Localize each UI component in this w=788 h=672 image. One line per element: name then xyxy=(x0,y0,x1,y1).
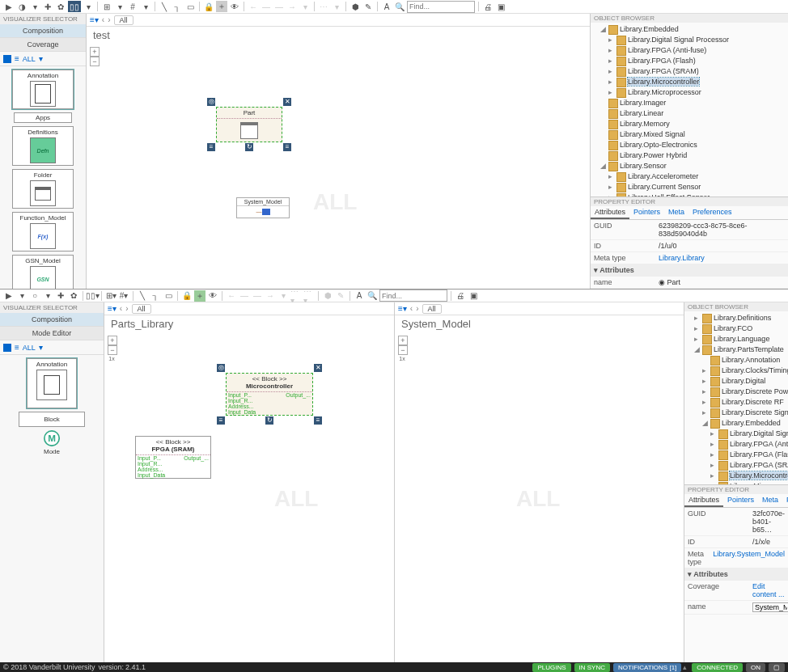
more-icon[interactable]: ⋯▾ xyxy=(290,290,302,302)
zoom-in[interactable]: + xyxy=(398,336,408,345)
chevron-down-icon[interactable]: ▾ xyxy=(114,1,125,12)
chevron-down-icon[interactable]: ▾ xyxy=(331,1,342,12)
tree-node[interactable]: ▸Library.Definitions xyxy=(694,313,786,323)
add-icon[interactable]: ＋ xyxy=(194,290,205,302)
tab-meta[interactable]: Meta xyxy=(664,206,688,219)
prop-name-input[interactable] xyxy=(752,602,788,612)
tab-preferences[interactable]: Preferences xyxy=(782,494,788,507)
part-gsn-model[interactable]: GSN_ModelGSN xyxy=(12,255,74,289)
node-part[interactable]: Part ◎ ✕ ≡ ≡ ↻ xyxy=(216,107,282,142)
chevron-down-icon[interactable]: ▾ xyxy=(39,343,43,352)
handle-tl[interactable]: ◎ xyxy=(217,364,225,372)
search-icon[interactable]: 🔍 xyxy=(394,1,405,12)
nav-back[interactable]: ‹ xyxy=(410,304,413,313)
more-icon[interactable]: ⋯ xyxy=(318,1,329,12)
eye-icon[interactable]: 👁 xyxy=(207,290,218,302)
pencil-icon[interactable]: ✎ xyxy=(335,290,346,302)
handle-br[interactable]: ≡ xyxy=(314,416,322,425)
part-annotation[interactable]: Annotation xyxy=(12,70,74,109)
tree-node[interactable]: ▸Library.FPGA (Flash) xyxy=(608,56,786,66)
handle-bl[interactable]: ≡ xyxy=(217,416,225,425)
list-icon[interactable]: ≡▾ xyxy=(108,304,117,313)
tree-node[interactable]: Library.Linear xyxy=(600,108,786,119)
node-microcontroller[interactable]: << Block >>Microcontroller Input_P...Out… xyxy=(226,373,313,416)
badge-notifications[interactable]: NOTIFICATIONS [1] xyxy=(613,663,681,672)
tree-node[interactable]: ▸Library.Digital xyxy=(702,376,786,387)
arrow-right-icon[interactable]: → xyxy=(286,1,298,12)
plus-icon[interactable]: ✚ xyxy=(42,1,53,12)
breadcrumb[interactable]: All xyxy=(114,15,133,25)
tree-node[interactable]: ◢Library.Embedded ▸Library.Digital Signa… xyxy=(702,418,786,484)
grid-view-icon[interactable] xyxy=(3,344,11,352)
tree-node[interactable]: Library.Power Hybrid xyxy=(600,150,786,161)
find-input[interactable] xyxy=(379,290,447,302)
dash-icon[interactable]: — xyxy=(273,1,285,12)
badge-sync[interactable]: IN SYNC xyxy=(574,663,610,672)
tree-node-selected[interactable]: ▸Library.Microcontroller xyxy=(710,471,786,481)
chevron-down-icon[interactable]: ▾ xyxy=(42,290,53,302)
pencil-icon[interactable]: ✎ xyxy=(362,1,374,12)
chevron-down-icon[interactable]: ▾ xyxy=(16,290,28,302)
list-view-icon[interactable]: ≡ xyxy=(15,54,19,63)
zoom-in[interactable]: + xyxy=(108,336,117,345)
hash-icon[interactable]: # xyxy=(127,1,138,12)
chevron-down-icon[interactable]: ▾ xyxy=(140,1,151,12)
list-icon[interactable]: ≡▾ xyxy=(398,304,407,313)
hash-icon[interactable]: #▾ xyxy=(118,290,129,302)
tree-node[interactable]: ▸Library.Current Sensor xyxy=(608,182,786,192)
badge-toggle[interactable]: ▢ xyxy=(769,663,785,672)
arrow-left-icon[interactable]: ← xyxy=(226,290,237,302)
lock-icon[interactable]: 🔒 xyxy=(181,290,193,302)
grid-icon[interactable]: ⊞ xyxy=(101,1,112,12)
tree-node[interactable]: ▸Library.Language xyxy=(694,334,786,344)
panel-icon[interactable]: ▯▯ xyxy=(68,1,81,12)
part-annotation[interactable]: Annotation xyxy=(27,358,77,408)
tree-node[interactable]: Library.Memory xyxy=(600,119,786,129)
image-icon[interactable]: ▣ xyxy=(495,1,506,12)
play-icon[interactable]: ▶ xyxy=(3,290,15,302)
badge-plugins[interactable]: PLUGINS xyxy=(532,663,570,672)
part-block[interactable]: Block xyxy=(19,412,85,427)
add-icon[interactable]: ＋ xyxy=(216,1,227,12)
tree-node[interactable]: ▸Library.FPGA (SRAM) xyxy=(608,66,786,77)
tree-node[interactable]: ▸Library.Discrete RF xyxy=(702,397,786,408)
tree-node[interactable]: ▸Library.FPGA (Anti-fuse) xyxy=(608,45,786,56)
tab-pointers[interactable]: Pointers xyxy=(629,206,664,219)
tab-pointers[interactable]: Pointers xyxy=(723,494,758,507)
print-icon[interactable]: 🖨 xyxy=(455,290,466,302)
tab-preferences[interactable]: Preferences xyxy=(688,206,736,219)
plus-icon[interactable]: ✚ xyxy=(55,290,66,302)
tree-node[interactable]: ◢Library.PartsTemplate Library.Annotatio… xyxy=(694,344,786,484)
breadcrumb[interactable]: All xyxy=(132,304,151,314)
handle-bl[interactable]: ≡ xyxy=(207,143,215,151)
play-icon[interactable]: ▶ xyxy=(3,1,15,12)
tree-node[interactable]: Library.Opto-Electronics xyxy=(600,140,786,150)
tree-node[interactable]: ▸Library.Discrete Power xyxy=(702,387,786,397)
tab-attributes[interactable]: Attributes xyxy=(684,494,723,507)
tree-node[interactable]: Library.Mixed Signal xyxy=(600,129,786,140)
chevron-up-icon[interactable]: ▴ xyxy=(683,663,687,671)
panel-icon[interactable]: ▯▯▾ xyxy=(87,290,98,302)
text-icon[interactable]: A xyxy=(381,1,392,12)
text-icon[interactable]: A xyxy=(354,290,365,302)
dash-icon[interactable]: — xyxy=(239,290,250,302)
tab-composition[interactable]: Composition xyxy=(0,24,86,38)
chevron-down-icon[interactable]: ▾ xyxy=(39,54,43,63)
tree-node[interactable]: ▸Library.Accelerometer xyxy=(608,171,786,182)
search-icon[interactable]: 🔍 xyxy=(366,290,378,302)
handle-rotate[interactable]: ↻ xyxy=(245,143,253,151)
grid-icon[interactable]: ⊞▾ xyxy=(105,290,117,302)
part-definitions[interactable]: DefinitionsDefn xyxy=(12,126,74,166)
dash-icon[interactable]: — xyxy=(252,290,263,302)
canvas-area[interactable]: +−1x ALL xyxy=(395,332,684,661)
tree-node[interactable]: ◢Library.Embedded ▸Library.Digital Signa… xyxy=(600,24,786,98)
filter-all[interactable]: ALL xyxy=(23,344,36,352)
handle-close[interactable]: ✕ xyxy=(283,98,291,106)
node-fpga[interactable]: << Block >>FPGA (SRAM) Input_P...Output_… xyxy=(135,436,211,479)
nav-forward[interactable]: › xyxy=(108,15,110,24)
tree-node[interactable]: Library.Annotation xyxy=(702,355,786,366)
part-folder[interactable]: Folder xyxy=(12,169,74,209)
zoom-in[interactable]: + xyxy=(90,47,100,57)
tab-meta[interactable]: Meta xyxy=(758,494,782,507)
chevron-down-icon[interactable]: ▾ xyxy=(29,1,40,12)
